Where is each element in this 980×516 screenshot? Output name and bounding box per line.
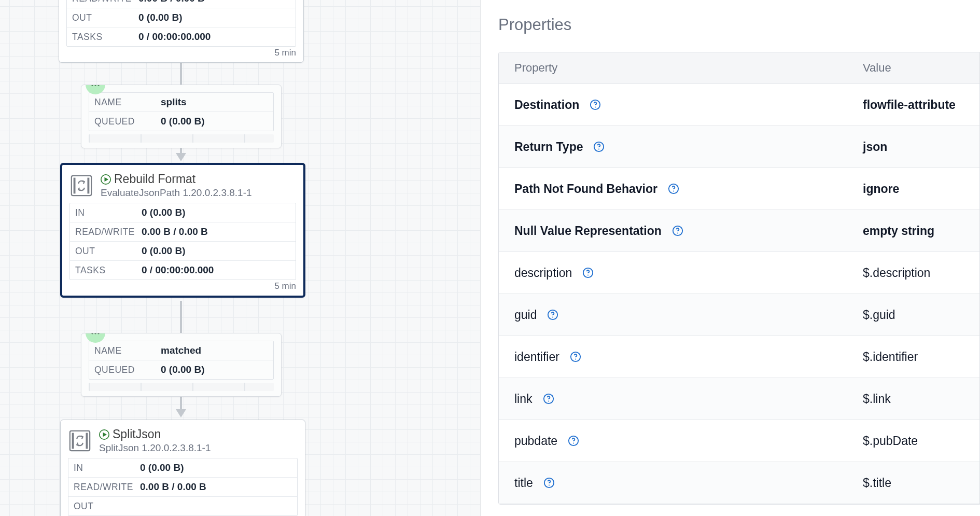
help-icon[interactable]: [547, 309, 558, 320]
property-row[interactable]: description$.description: [499, 252, 979, 294]
property-name: Path Not Found Behavior: [514, 182, 657, 196]
help-icon[interactable]: [570, 351, 581, 362]
property-row[interactable]: Null Value Representationempty string: [499, 210, 979, 252]
processor-subtitle: SplitJson 1.20.0.2.3.8.1-1: [99, 442, 211, 454]
property-value[interactable]: empty string: [863, 224, 964, 238]
processor-footer-interval: 5 min: [59, 48, 303, 62]
stat-label: NAME: [89, 97, 161, 108]
stat-label: READ/WRITE: [68, 482, 140, 493]
property-value[interactable]: ignore: [863, 182, 964, 196]
stat-label: QUEUED: [89, 116, 161, 127]
stat-value: 0.00 B / 0.00 B: [140, 481, 206, 493]
stat-label: OUT: [70, 246, 142, 257]
processor-type-icon: [69, 174, 93, 198]
svg-rect-9: [98, 333, 100, 334]
svg-rect-4: [74, 177, 76, 193]
svg-point-15: [595, 107, 596, 108]
svg-point-27: [575, 359, 576, 360]
col-header-property: Property: [514, 61, 863, 75]
processor-stats: READ/WRITE0.00 B / 0.00 B OUT0 (0.00 B) …: [66, 0, 296, 47]
svg-rect-1: [95, 85, 96, 86]
stat-value: 0 / 00:00:00.000: [142, 264, 214, 276]
svg-point-23: [587, 275, 589, 276]
connection-footer-bar: [89, 134, 274, 143]
help-icon[interactable]: [582, 267, 594, 278]
col-header-value: Value: [863, 61, 964, 75]
property-name: identifier: [514, 350, 559, 364]
processor-stats: IN0 (0.00 B) READ/WRITE0.00 B / 0.00 B O…: [68, 458, 298, 516]
processor-title: Rebuild Format: [114, 172, 195, 186]
processor-top-partial[interactable]: READ/WRITE0.00 B / 0.00 B OUT0 (0.00 B) …: [59, 0, 304, 63]
connection-splits[interactable]: NAMEsplits QUEUED0 (0.00 B): [81, 85, 282, 148]
panel-title: Properties: [498, 16, 980, 34]
property-name: pubdate: [514, 434, 557, 448]
processor-rebuild-format[interactable]: Rebuild Format EvaluateJsonPath 1.20.0.2…: [60, 163, 305, 298]
stat-value: 0.00 B / 0.00 B: [142, 226, 208, 238]
property-row[interactable]: Return Typejson: [499, 126, 979, 168]
svg-point-29: [548, 401, 549, 402]
svg-rect-7: [92, 333, 93, 334]
property-value[interactable]: $.title: [863, 476, 964, 490]
property-row[interactable]: identifier$.identifier: [499, 336, 979, 378]
properties-table: Property Value Destinationflowfile-attri…: [498, 52, 980, 505]
processor-subtitle: EvaluateJsonPath 1.20.0.2.3.8.1-1: [101, 187, 252, 199]
help-icon[interactable]: [543, 393, 554, 405]
stat-value: 0 (0.00 B): [161, 116, 204, 127]
connection-footer-bar: [89, 383, 274, 391]
running-status-icon: [99, 429, 109, 440]
svg-rect-12: [86, 433, 88, 449]
stat-label: TASKS: [67, 32, 138, 43]
property-name: link: [514, 392, 533, 406]
property-value[interactable]: json: [863, 140, 964, 154]
help-icon[interactable]: [672, 225, 683, 236]
stat-label: READ/WRITE: [70, 227, 142, 238]
stat-value: 0 (0.00 B): [138, 12, 182, 23]
svg-point-31: [573, 443, 574, 444]
property-row[interactable]: pubdate$.pubDate: [499, 420, 979, 462]
property-value[interactable]: $.guid: [863, 308, 964, 322]
stat-value: 0 (0.00 B): [161, 364, 204, 375]
help-icon[interactable]: [543, 477, 555, 489]
flow-canvas[interactable]: READ/WRITE0.00 B / 0.00 B OUT0 (0.00 B) …: [0, 0, 481, 516]
stat-label: OUT: [68, 501, 140, 512]
property-value[interactable]: $.pubDate: [863, 434, 964, 448]
processor-splitjson[interactable]: SplitJson SplitJson 1.20.0.2.3.8.1-1 IN0…: [60, 420, 305, 516]
property-row[interactable]: title$.title: [499, 462, 979, 504]
processor-footer-interval: 5 min: [62, 281, 303, 296]
stat-label: OUT: [67, 12, 138, 23]
property-name: description: [514, 266, 572, 280]
stat-value: 0 (0.00 B): [142, 207, 185, 218]
help-icon[interactable]: [590, 99, 601, 110]
stat-value: 0 (0.00 B): [140, 462, 184, 473]
property-name: Destination: [514, 98, 579, 112]
help-icon[interactable]: [668, 183, 679, 194]
stat-label: NAME: [89, 345, 161, 356]
svg-point-21: [677, 233, 678, 234]
connection-matched[interactable]: NAMEmatched QUEUED0 (0.00 B): [81, 333, 282, 397]
property-value[interactable]: $.identifier: [863, 350, 964, 364]
stat-label: READ/WRITE: [67, 0, 138, 4]
svg-point-33: [549, 485, 550, 486]
stat-label: TASKS: [70, 265, 142, 276]
app-viewport: READ/WRITE0.00 B / 0.00 B OUT0 (0.00 B) …: [0, 0, 980, 516]
svg-point-17: [598, 149, 599, 150]
property-row[interactable]: guid$.guid: [499, 294, 979, 336]
svg-rect-11: [72, 433, 74, 449]
stat-value: 0 / 00:00:00.000: [138, 31, 211, 43]
processor-stats: IN0 (0.00 B) READ/WRITE0.00 B / 0.00 B O…: [69, 203, 296, 280]
property-value[interactable]: $.description: [863, 266, 964, 280]
property-name: title: [514, 476, 533, 490]
stat-label: IN: [68, 463, 140, 473]
property-value[interactable]: flowfile-attribute: [863, 98, 964, 112]
processor-type-icon: [68, 429, 92, 453]
svg-rect-2: [98, 85, 100, 86]
property-value[interactable]: $.link: [863, 392, 964, 406]
svg-point-25: [552, 317, 553, 318]
property-row[interactable]: link$.link: [499, 378, 979, 420]
property-row[interactable]: Path Not Found Behaviorignore: [499, 168, 979, 210]
svg-rect-0: [92, 85, 93, 86]
property-name: Return Type: [514, 140, 583, 154]
property-row[interactable]: Destinationflowfile-attribute: [499, 84, 979, 126]
help-icon[interactable]: [568, 435, 579, 447]
help-icon[interactable]: [593, 141, 605, 152]
